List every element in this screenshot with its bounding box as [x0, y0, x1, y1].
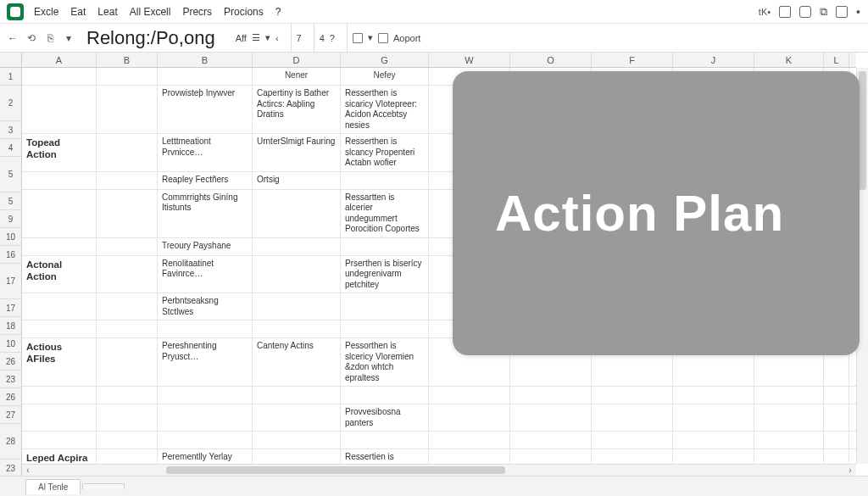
cell[interactable]	[22, 387, 97, 404]
address-bar[interactable]: Relong:/Po,ong	[86, 27, 215, 49]
menu-allexcell[interactable]: All Excell	[130, 6, 171, 18]
cell[interactable]	[22, 432, 97, 449]
list-icon[interactable]: ☰	[252, 32, 260, 43]
row-header[interactable]: 23	[0, 371, 21, 388]
row-header[interactable]: 10	[0, 228, 21, 246]
section-topead[interactable]: Topead Action	[22, 134, 97, 171]
cell[interactable]	[673, 449, 754, 464]
cell[interactable]	[824, 404, 849, 431]
cell[interactable]	[673, 432, 754, 449]
cell[interactable]: Renolitaatinet Favinrce…	[158, 256, 253, 293]
cell[interactable]	[22, 86, 97, 133]
row-header[interactable]: 26	[0, 388, 21, 406]
row-header[interactable]: 10	[0, 335, 21, 353]
col-J[interactable]: J	[673, 53, 754, 67]
cell[interactable]: Pessorthen is slcericy Vloremien &zdon w…	[341, 338, 429, 386]
cell[interactable]	[429, 432, 510, 449]
scroll-right-icon[interactable]: ›	[844, 465, 856, 476]
window-icon[interactable]	[779, 6, 791, 18]
col-A[interactable]: A	[22, 53, 97, 67]
section-leped[interactable]: Leped Acpira	[22, 449, 97, 464]
cell[interactable]	[592, 387, 673, 404]
cell[interactable]	[158, 432, 253, 449]
cell[interactable]	[253, 320, 341, 337]
col-L[interactable]: L	[824, 53, 849, 67]
menu-procions[interactable]: Procions	[224, 6, 264, 18]
cell[interactable]	[158, 68, 253, 85]
menu-precrs[interactable]: Precrs	[182, 6, 212, 18]
cell[interactable]	[673, 387, 754, 404]
col-K[interactable]: K	[754, 53, 824, 67]
col-G[interactable]: G	[341, 53, 429, 67]
cell[interactable]: Canteny Actins	[253, 338, 341, 386]
cell[interactable]: Reapley Fectñers	[158, 172, 253, 189]
cell[interactable]: Commrrights Giníng Itistunts	[158, 190, 253, 237]
cell[interactable]	[429, 404, 510, 431]
cell[interactable]	[754, 432, 824, 449]
caret2-icon[interactable]: ▾	[368, 32, 373, 43]
cell[interactable]	[341, 432, 429, 449]
row-header[interactable]: 16	[0, 246, 21, 264]
scroll-thumb[interactable]	[166, 466, 505, 474]
select-all-corner[interactable]	[0, 53, 22, 67]
back-icon[interactable]: ←	[7, 32, 19, 44]
cell[interactable]	[97, 134, 158, 171]
cell[interactable]	[253, 432, 341, 449]
col-B2[interactable]: B	[158, 53, 253, 67]
cell[interactable]	[429, 449, 510, 464]
new-sheet-tab[interactable]	[82, 483, 125, 489]
row-header[interactable]: 3	[0, 121, 21, 139]
share-icon[interactable]: ⧉	[820, 5, 827, 19]
cell[interactable]	[253, 293, 341, 320]
cell[interactable]: Pereshnenting Pryusct…	[158, 338, 253, 386]
row-header[interactable]: 5	[0, 157, 21, 192]
col-W[interactable]: W	[429, 53, 510, 67]
cell[interactable]	[253, 404, 341, 431]
menu-excle[interactable]: Excle	[34, 6, 58, 18]
cell[interactable]	[341, 387, 429, 404]
section-actonal[interactable]: Actonal Action	[22, 256, 97, 293]
cell[interactable]: Nefey	[341, 68, 429, 85]
row-header[interactable]: 1	[0, 68, 21, 86]
cell[interactable]	[341, 293, 429, 320]
cell[interactable]	[97, 172, 158, 189]
menu-eat[interactable]: Eat	[70, 6, 86, 18]
row-header[interactable]: 2	[0, 86, 21, 121]
row-header[interactable]: 4	[0, 139, 21, 157]
row-header[interactable]: 17	[0, 299, 21, 317]
menu-help[interactable]: ?	[275, 6, 281, 18]
grid-icon[interactable]	[836, 6, 848, 18]
cell[interactable]: Provvesibosna panters	[341, 404, 429, 431]
cell[interactable]: Letttmeationt Prvnicce…	[158, 134, 253, 171]
cell[interactable]	[22, 190, 97, 237]
cell[interactable]	[97, 68, 158, 85]
cell[interactable]: Treoury Payshane	[158, 238, 253, 255]
menu-leat[interactable]: Leat	[97, 6, 117, 18]
cell[interactable]	[97, 338, 158, 386]
num4[interactable]: 4	[320, 33, 325, 43]
cell[interactable]	[341, 320, 429, 337]
doc-icon[interactable]: ▾	[63, 32, 75, 44]
cell[interactable]	[22, 320, 97, 337]
cell[interactable]	[97, 86, 158, 133]
row-header[interactable]: 18	[0, 317, 21, 335]
cell[interactable]	[253, 449, 341, 464]
col-D[interactable]: D	[253, 53, 341, 67]
cell[interactable]	[429, 387, 510, 404]
cell[interactable]	[158, 387, 253, 404]
col-B1[interactable]: B	[97, 53, 158, 67]
cell[interactable]	[341, 238, 429, 255]
cell[interactable]	[510, 404, 592, 431]
cell[interactable]	[341, 172, 429, 189]
cell[interactable]	[592, 404, 673, 431]
aff-label[interactable]: Aff	[236, 33, 247, 43]
cell[interactable]: Provwisteþ Inywver	[158, 86, 253, 133]
row-header[interactable]: 5	[0, 192, 21, 210]
excel-app-icon[interactable]	[7, 3, 24, 20]
cell[interactable]: Ortsig	[253, 172, 341, 189]
cell[interactable]	[253, 190, 341, 237]
cell[interactable]: Prserthen is biserícy undegrenivarm petc…	[341, 256, 429, 293]
cell[interactable]	[22, 404, 97, 431]
cell[interactable]	[824, 387, 849, 404]
cell[interactable]	[510, 432, 592, 449]
